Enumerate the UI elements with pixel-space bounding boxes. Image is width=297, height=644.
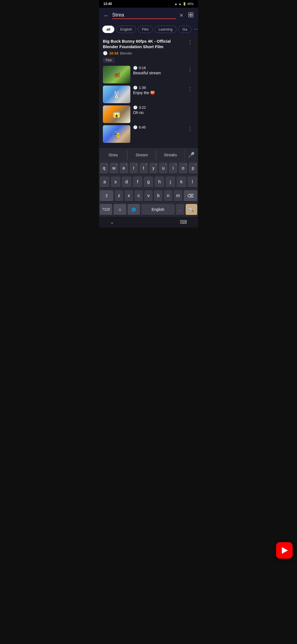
key-u[interactable]: 7u xyxy=(159,163,167,174)
chip-film[interactable]: Film xyxy=(138,26,153,33)
key-h[interactable]: h xyxy=(155,176,164,188)
key-i[interactable]: 8i xyxy=(169,163,177,174)
clip-item: 🕐 1:39 Enjoy the 🍑 ⋮ xyxy=(103,86,194,103)
key-m[interactable]: m xyxy=(174,190,182,202)
chip-learning[interactable]: Learning xyxy=(155,26,177,33)
key-r[interactable]: 4r xyxy=(130,163,138,174)
clip-timestamp-3: 3:22 xyxy=(139,105,146,110)
key-d[interactable]: d xyxy=(122,176,131,188)
main-video-channel: Blender xyxy=(120,51,132,55)
key-a[interactable]: a xyxy=(100,176,109,188)
keyboard-row-3: ⇧ z x c v b n m ⌫ xyxy=(99,189,198,203)
svg-rect-1 xyxy=(191,12,193,14)
main-video-header: Big Buck Bunny 60fps 4K - Official Blend… xyxy=(103,39,194,49)
clip-clock-icon-4: 🕐 xyxy=(133,125,138,129)
wifi-icon: ▲ xyxy=(174,2,177,6)
clip-time-2: 🕐 1:39 xyxy=(133,86,183,90)
period-key[interactable]: . xyxy=(176,204,184,215)
main-video-meta: 🕐 10:34 Blender xyxy=(103,51,194,55)
keyboard-hide-icon[interactable]: ⌨ xyxy=(180,219,187,225)
clip-clock-icon-2: 🕐 xyxy=(133,86,138,90)
clip-thumbnail-4[interactable] xyxy=(103,125,130,143)
keyboard: 1q 2w 3e 4r 5t 6y 7u 8i 9o 0p a s d f g … xyxy=(99,162,198,217)
voice-input-button[interactable]: 🎤 xyxy=(185,149,198,161)
clip-more-button-4[interactable]: ⋮ xyxy=(186,125,194,132)
globe-key[interactable]: 🌐 xyxy=(128,204,140,215)
key-e[interactable]: 3e xyxy=(120,163,128,174)
clear-button[interactable]: ✕ xyxy=(178,11,185,20)
film-tag[interactable]: Film xyxy=(103,58,115,63)
autocomplete-bar: Strea Stream Streaks 🎤 xyxy=(99,148,198,162)
space-key[interactable]: English xyxy=(141,204,175,215)
clip-description-1[interactable]: Beautiful stream xyxy=(133,71,183,75)
key-b[interactable]: b xyxy=(154,190,163,202)
key-x[interactable]: x xyxy=(125,190,133,202)
library-button[interactable] xyxy=(187,11,195,20)
content-area: Big Buck Bunny 60fps 4K - Official Blend… xyxy=(99,35,198,148)
key-t[interactable]: 5t xyxy=(139,163,148,174)
back-button[interactable]: ← xyxy=(102,11,110,20)
key-o[interactable]: 9o xyxy=(179,163,187,174)
search-key[interactable]: 🔍 xyxy=(186,204,197,215)
clip-info-3: 🕐 3:22 Oh no xyxy=(133,105,194,115)
emoji-key[interactable]: ☺ xyxy=(114,204,126,215)
clip-info-2: 🕐 1:39 Enjoy the 🍑 xyxy=(133,86,183,95)
keyboard-row-1: 1q 2w 3e 4r 5t 6y 7u 8i 9o 0p xyxy=(99,162,198,175)
clip-info-4: 🕐 6:45 xyxy=(133,125,183,130)
key-g[interactable]: g xyxy=(144,176,153,188)
signal-icon: ▲ xyxy=(178,2,182,6)
clock-icon: 🕐 xyxy=(103,51,108,55)
clip-timestamp-1: 0:18 xyxy=(139,66,146,70)
key-l[interactable]: l xyxy=(188,176,197,188)
clip-thumbnail-2[interactable] xyxy=(103,86,130,103)
clip-item: 🕐 0:18 Beautiful stream ⋮ xyxy=(103,66,194,83)
clip-more-button-2[interactable]: ⋮ xyxy=(186,86,194,93)
clip-description-2[interactable]: Enjoy the 🍑 xyxy=(133,91,183,95)
bottom-nav: ⌄ ⌨ xyxy=(99,217,198,228)
shift-key[interactable]: ⇧ xyxy=(100,190,113,202)
svg-rect-3 xyxy=(191,15,193,17)
key-p[interactable]: 0p xyxy=(189,163,197,174)
key-s[interactable]: s xyxy=(111,176,120,188)
key-w[interactable]: 2w xyxy=(110,163,118,174)
search-input[interactable] xyxy=(112,12,176,19)
key-c[interactable]: c xyxy=(134,190,143,202)
chevron-down-icon[interactable]: ⌄ xyxy=(110,219,114,225)
autocomplete-stream[interactable]: Stream xyxy=(128,149,156,161)
key-y[interactable]: 6y xyxy=(149,163,158,174)
clip-thumbnail-3[interactable] xyxy=(103,105,130,123)
key-n[interactable]: n xyxy=(164,190,172,202)
key-z[interactable]: z xyxy=(115,190,123,202)
svg-rect-0 xyxy=(189,12,191,14)
search-header: ← ✕ xyxy=(99,8,198,23)
clip-clock-icon-1: 🕐 xyxy=(133,66,138,70)
clip-description-3[interactable]: Oh no xyxy=(133,110,194,115)
key-v[interactable]: v xyxy=(144,190,153,202)
autocomplete-streaks[interactable]: Streaks xyxy=(156,149,185,161)
clip-item: 🕐 6:45 ⋮ xyxy=(103,125,194,143)
clip-thumbnail-1[interactable] xyxy=(103,66,130,83)
status-time: 12:40 xyxy=(103,2,112,6)
chip-ga[interactable]: Ga xyxy=(178,26,191,33)
key-f[interactable]: f xyxy=(133,176,142,188)
main-video-more-button[interactable]: ⋮ xyxy=(186,39,194,46)
battery-icon: 🔋 xyxy=(183,2,186,6)
numbers-key[interactable]: ?123 xyxy=(100,204,112,215)
clip-timestamp-2: 1:39 xyxy=(139,86,146,90)
clip-item: 🕐 3:22 Oh no xyxy=(103,105,194,123)
main-video-title[interactable]: Big Buck Bunny 60fps 4K - Official Blend… xyxy=(103,39,186,49)
chip-english[interactable]: English xyxy=(116,26,136,33)
chip-all[interactable]: all xyxy=(102,26,114,33)
key-q[interactable]: 1q xyxy=(100,163,108,174)
chip-more[interactable]: ··· xyxy=(193,25,198,33)
key-k[interactable]: k xyxy=(177,176,186,188)
library-icon xyxy=(188,12,194,18)
clip-more-button-1[interactable]: ⋮ xyxy=(186,66,194,73)
battery-percent: 85% xyxy=(188,2,194,6)
clip-time-4: 🕐 6:45 xyxy=(133,125,183,129)
backspace-key[interactable]: ⌫ xyxy=(184,190,197,202)
key-j[interactable]: j xyxy=(166,176,175,188)
clip-time-1: 🕐 0:18 xyxy=(133,66,183,70)
main-video-duration: 10:34 xyxy=(109,51,118,55)
autocomplete-strea[interactable]: Strea xyxy=(99,149,127,161)
